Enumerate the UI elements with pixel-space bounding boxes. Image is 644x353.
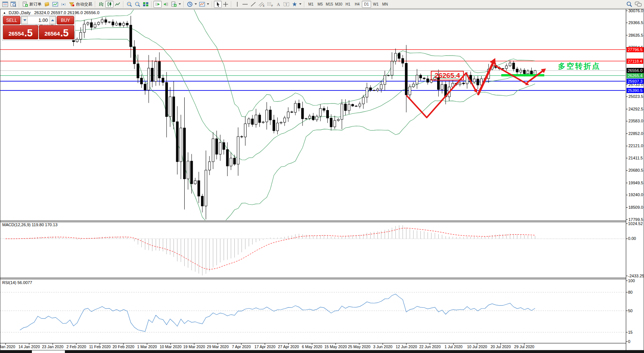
toolbar-separator: [184, 1, 184, 7]
date-axis-label: 10 Jul 2020: [467, 344, 487, 349]
volume-input[interactable]: 1.00: [28, 16, 49, 24]
signal-button[interactable]: [59, 1, 67, 8]
toolbar-separator: [95, 1, 96, 7]
timeframe-h1-button[interactable]: H1: [343, 1, 353, 8]
rsi-axis-tick: 100: [628, 278, 635, 283]
zoom-in-button[interactable]: [125, 1, 133, 8]
zoom-in-icon: [126, 1, 132, 7]
rsi-panel[interactable]: [0, 280, 626, 342]
mt4-terminal: 新订单 自动交易: [0, 0, 644, 353]
timeframe-h4-button[interactable]: H4: [353, 1, 362, 8]
dropdown-caret: [195, 3, 197, 5]
timeframe-mn-button[interactable]: MN: [380, 1, 390, 8]
toolbar-separator: [123, 1, 124, 7]
sell-price-button[interactable]: 26554 .5: [3, 25, 38, 39]
periods-button[interactable]: [186, 1, 198, 8]
svg-text:F: F: [271, 4, 273, 7]
cursor-tool-button[interactable]: [214, 1, 222, 8]
price-annotation-box[interactable]: 26265.4: [431, 71, 464, 80]
new-order-icon: [22, 1, 28, 7]
price-axis-tick: 28635.5: [628, 33, 643, 37]
main-chart[interactable]: [0, 10, 626, 220]
buy-price-button[interactable]: 26564 .5: [39, 25, 74, 39]
sell-button[interactable]: SELL: [3, 16, 20, 24]
volume-increase-button[interactable]: [49, 16, 56, 24]
rsi-axis-tick: 0: [628, 339, 630, 344]
timeframe-m15-button[interactable]: M15: [325, 1, 334, 8]
timeframe-w1-button[interactable]: W1: [371, 1, 380, 8]
chart-profile-button[interactable]: [51, 1, 59, 8]
search-button[interactable]: [625, 1, 634, 8]
text-label-tool[interactable]: T: [282, 1, 291, 8]
market-watch-icon: [2, 1, 8, 7]
timeframe-m5-button[interactable]: M5: [316, 1, 325, 8]
text-label-icon: T: [283, 1, 290, 7]
dropdown-caret: [179, 3, 181, 5]
svg-text:E: E: [263, 4, 265, 7]
text-tool[interactable]: A: [274, 1, 282, 8]
buy-button[interactable]: BUY: [57, 16, 74, 24]
collapse-arrow-icon[interactable]: ▲: [3, 11, 6, 14]
price-axis-tick: 24292.5: [628, 107, 643, 111]
zoom-out-button[interactable]: [133, 1, 142, 8]
buy-price-main: 26564: [44, 29, 60, 38]
date-axis-label: 19 Mar 2020: [183, 344, 205, 349]
toolbar: 新订单 自动交易: [0, 0, 644, 9]
data-window-button[interactable]: [9, 1, 17, 8]
svg-text:A: A: [277, 2, 280, 7]
vertical-line-tool[interactable]: [233, 1, 241, 8]
add-indicator-button[interactable]: [170, 1, 182, 8]
data-window-icon: [10, 1, 16, 7]
tile-windows-button[interactable]: [142, 1, 150, 8]
auto-trading-button[interactable]: 自动交易: [67, 1, 93, 8]
price-line-label: 27118.4: [627, 59, 643, 64]
bar-chart-button[interactable]: [97, 1, 105, 8]
macd-axis-tick: -2433.25: [628, 274, 644, 278]
equidistant-channel-tool[interactable]: E: [257, 1, 266, 8]
new-order-button[interactable]: 新订单: [21, 1, 43, 8]
price-line-label: 26556.0: [627, 68, 644, 73]
new-order-label: 新订单: [29, 1, 42, 7]
chart-shift-button[interactable]: [162, 1, 170, 8]
bar-chart-icon: [98, 1, 104, 7]
date-axis-label: 7 Apr 2020: [232, 344, 251, 349]
date-axis-label: 2 Feb 2020: [66, 344, 86, 349]
date-axis-label: 27 Apr 2020: [278, 344, 299, 349]
horizontal-line-tool[interactable]: [241, 1, 249, 8]
macd-axis-tick: 1024.52: [628, 221, 643, 226]
auto-trading-label: 自动交易: [76, 1, 92, 7]
toolbar-separator: [19, 1, 20, 7]
auto-scroll-button[interactable]: [153, 1, 162, 8]
fibonacci-tool[interactable]: F: [266, 1, 274, 8]
templates-button[interactable]: [198, 1, 210, 8]
arrows-tool[interactable]: [291, 1, 303, 8]
auto-trading-icon: [69, 1, 75, 7]
timeframe-d1-button[interactable]: D1: [362, 1, 371, 8]
chat-button[interactable]: [634, 1, 643, 8]
macd-panel[interactable]: [0, 222, 626, 277]
candlestick-chart-button[interactable]: [105, 1, 113, 8]
macd-label: MACD(12,26,9) 119.80 170.13: [2, 222, 57, 227]
price-axis-tick: 29366.5: [628, 20, 643, 25]
timeframe-m30-button[interactable]: M30: [334, 1, 343, 8]
arrows-icon: [292, 1, 297, 7]
volume-decrease-button[interactable]: [22, 16, 28, 24]
indicator-seal-button[interactable]: [43, 1, 51, 8]
search-icon: [626, 1, 633, 7]
volume-stepper: 1.00: [21, 16, 56, 24]
line-chart-button[interactable]: [113, 1, 122, 8]
date-axis-label: 17 Apr 2020: [254, 344, 275, 349]
crosshair-tool-button[interactable]: [222, 1, 229, 8]
svg-text:T: T: [285, 3, 288, 6]
template-icon: [199, 1, 205, 7]
price-axis-tick: 19240.0: [628, 192, 643, 197]
market-watch-button[interactable]: [1, 1, 9, 8]
date-axis-label: 12 Jun 2020: [396, 344, 417, 349]
price-axis-tick: 22852.0: [628, 131, 643, 136]
chart-profile-icon: [52, 1, 58, 7]
timeframe-m1-button[interactable]: M1: [306, 1, 316, 8]
ohlc-values: 26324.0 26597.0 26196.0 26556.0: [34, 10, 99, 15]
clock-icon: [187, 1, 193, 7]
trendline-tool[interactable]: [249, 1, 257, 8]
turning-point-annotation[interactable]: 多空转折点: [558, 61, 601, 71]
